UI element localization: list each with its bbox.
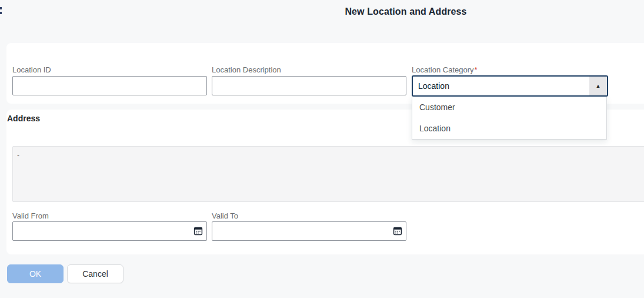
valid-to-datepicker: [212, 221, 406, 241]
valid-to-input[interactable]: [212, 221, 406, 241]
required-marker: *: [475, 65, 478, 74]
location-description-input[interactable]: [212, 76, 406, 95]
calendar-icon: [393, 226, 402, 237]
location-category-input[interactable]: [413, 77, 589, 95]
address-display-value: -: [17, 151, 19, 160]
chevron-up-icon: ▲: [596, 83, 601, 89]
valid-from-datepicker: [12, 221, 207, 241]
location-category-dropdown: Customer Location: [412, 97, 607, 140]
dropdown-option-customer[interactable]: Customer: [412, 97, 606, 118]
location-id-label: Location ID: [12, 65, 51, 74]
dropdown-option-location[interactable]: Location: [412, 118, 606, 139]
location-category-label: Location Category*: [412, 65, 478, 74]
valid-from-label: Valid From: [12, 211, 49, 220]
valid-to-label: Valid To: [212, 211, 238, 220]
valid-from-calendar-button[interactable]: [193, 227, 203, 236]
valid-to-calendar-button[interactable]: [393, 227, 402, 236]
page-title: New Location and Address: [345, 6, 466, 16]
location-category-combobox[interactable]: ▲: [412, 75, 608, 97]
location-id-input[interactable]: [12, 76, 207, 95]
address-section-heading: Address: [7, 114, 40, 123]
cancel-button[interactable]: Cancel: [67, 264, 124, 283]
ok-button[interactable]: OK: [7, 264, 64, 283]
valid-from-input[interactable]: [12, 221, 207, 241]
combobox-toggle-button[interactable]: ▲: [589, 77, 607, 95]
dialog-header: New Location and Address: [0, 6, 644, 17]
calendar-icon: [193, 226, 203, 237]
location-description-label: Location Description: [212, 65, 281, 74]
address-display-box: -: [12, 146, 644, 202]
form-fields-card: Location ID Location Description Locatio…: [6, 43, 644, 104]
